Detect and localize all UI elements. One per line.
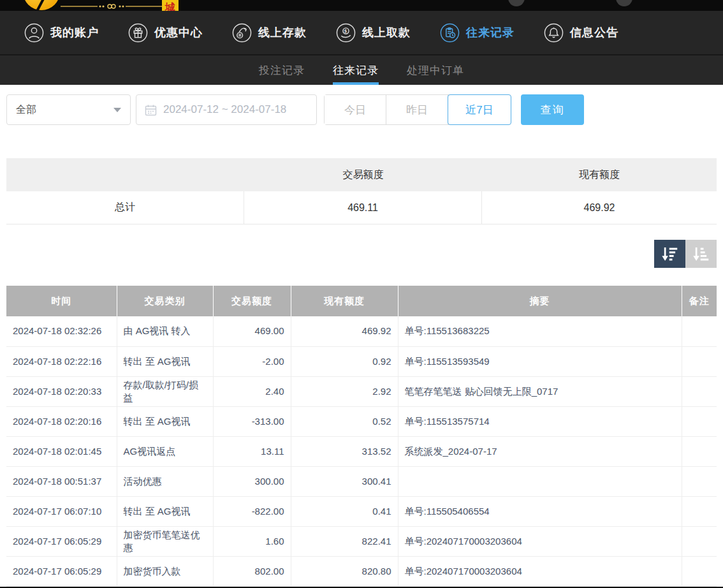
cell-amount: 1.60	[213, 526, 291, 556]
cell-summary: 单号:115505406554	[398, 496, 682, 526]
table-row: 2024-07-18 02:32:26 由 AG视讯 转入 469.00 469…	[6, 316, 717, 346]
transactions-table: 时间 交易类别 交易额度 现有额度 摘要 备注 2024-07-18 02:32…	[6, 286, 717, 587]
user-icon	[24, 23, 44, 43]
cell-category: 加密货币入款	[117, 556, 213, 586]
summary-table: 交易额度 现有额度 总计 469.11 469.92	[6, 158, 717, 224]
cell-time: 2024-07-18 00:51:37	[6, 466, 117, 496]
tab-transaction-records[interactable]: 往来记录	[333, 55, 379, 85]
col-header-time: 时间	[6, 286, 117, 316]
cell-category: 存款/取款/打码/损益	[117, 376, 213, 406]
summary-header-trade-amount: 交易额度	[244, 158, 482, 191]
nav-item-promotions[interactable]: 优惠中心	[128, 23, 203, 43]
cell-category: 转出 至 AG视讯	[117, 496, 213, 526]
cell-amount: -2.00	[213, 346, 291, 376]
quick-date-group: 今日 昨日 近7日	[324, 94, 511, 125]
topbar-partial-icon	[616, 0, 632, 6]
cell-balance: 0.52	[291, 406, 398, 436]
cell-summary: 单号:115513593549	[398, 346, 682, 376]
table-header-row: 时间 交易类别 交易额度 现有额度 摘要 备注	[6, 286, 717, 316]
summary-total-trade-amount: 469.11	[244, 191, 482, 224]
search-button[interactable]: 查询	[521, 94, 584, 125]
table-row: 2024-07-17 06:07:10 转出 至 AG视讯 -822.00 0.…	[6, 496, 717, 526]
cell-time: 2024-07-18 02:22:16	[6, 346, 117, 376]
nav-item-announcements[interactable]: 信息公告	[544, 23, 618, 43]
cell-balance: 313.52	[291, 436, 398, 466]
cell-note	[682, 526, 717, 556]
nav-label: 往来记录	[466, 25, 515, 40]
sort-descending-icon	[661, 244, 680, 263]
cell-note	[682, 346, 717, 376]
summary-total-label: 总计	[6, 191, 244, 224]
cell-summary: 单号:202407170003203604	[398, 556, 682, 586]
type-select[interactable]: 全部	[6, 94, 131, 125]
brand-badge-cheng: 城	[162, 0, 179, 11]
withdraw-icon: $	[336, 23, 356, 43]
cell-amount: -313.00	[213, 406, 291, 436]
quick-label: 今日	[344, 103, 366, 117]
date-range-value: 2024-07-12 ~ 2024-07-18	[163, 103, 286, 116]
filter-bar: 全部 2024-07-12 ~ 2024-07-18 今日 昨日 近7日	[6, 94, 717, 125]
cell-category: 转出 至 AG视讯	[117, 346, 213, 376]
cell-amount: 469.00	[213, 316, 291, 346]
cell-balance: 300.41	[291, 466, 398, 496]
table-row: 2024-07-18 02:20:33 存款/取款/打码/损益 2.40 2.9…	[6, 376, 717, 406]
cell-summary: 单号:115513575714	[398, 406, 682, 436]
quick-today-button[interactable]: 今日	[325, 95, 386, 124]
tab-label: 处理中订单	[407, 63, 464, 78]
col-header-note: 备注	[682, 286, 717, 316]
nav-item-online-withdraw[interactable]: $ 线上取款	[336, 23, 411, 43]
cell-balance: 822.41	[291, 526, 398, 556]
chevron-down-icon	[113, 108, 121, 112]
brand-strip: 城	[0, 0, 723, 11]
sort-descending-button[interactable]	[654, 240, 685, 268]
tab-betting-records[interactable]: 投注记录	[259, 55, 305, 85]
main-nav: 我的账户 优惠中心 线上存款	[0, 11, 723, 54]
summary-header-blank	[6, 158, 244, 191]
sort-controls	[6, 240, 717, 268]
cell-summary: 单号:115513683225	[398, 316, 682, 346]
type-select-value: 全部	[16, 103, 36, 117]
date-range-input[interactable]: 2024-07-12 ~ 2024-07-18	[136, 94, 317, 125]
table-row: 2024-07-18 02:22:16 转出 至 AG视讯 -2.00 0.92…	[6, 346, 717, 376]
col-header-amount: 交易额度	[213, 286, 291, 316]
cell-time: 2024-07-17 06:05:29	[6, 526, 117, 556]
cell-summary	[398, 466, 682, 496]
quick-yesterday-button[interactable]: 昨日	[386, 95, 448, 124]
cell-note	[682, 556, 717, 586]
cell-note	[682, 436, 717, 466]
cell-time: 2024-07-18 02:01:45	[6, 436, 117, 466]
cell-amount: 300.00	[213, 466, 291, 496]
sort-ascending-button[interactable]	[685, 240, 717, 268]
cell-time: 2024-07-17 06:07:10	[6, 496, 117, 526]
table-row: 2024-07-18 02:01:45 AG视讯返点 13.11 313.52 …	[6, 436, 717, 466]
cell-category: 由 AG视讯 转入	[117, 316, 213, 346]
table-row: 2024-07-18 02:20:16 转出 至 AG视讯 -313.00 0.…	[6, 406, 717, 436]
summary-header-row: 交易额度 现有额度	[6, 158, 717, 191]
cell-category: 活动优惠	[117, 466, 213, 496]
cell-category: AG视讯返点	[117, 436, 213, 466]
deposit-icon	[232, 23, 252, 43]
nav-item-transaction-records[interactable]: 往来记录	[440, 23, 515, 43]
sort-ascending-icon	[692, 244, 711, 263]
tab-label: 投注记录	[259, 63, 305, 78]
records-icon	[440, 23, 460, 43]
brand-flourish	[61, 1, 163, 11]
table-row: 2024-07-17 06:05:29 加密货币入款 802.00 820.80…	[6, 556, 717, 586]
cell-summary: 系统派发_2024-07-17	[398, 436, 682, 466]
bell-icon	[544, 23, 564, 43]
nav-item-online-deposit[interactable]: 线上存款	[232, 23, 307, 43]
cell-balance: 0.92	[291, 346, 398, 376]
tab-processing-orders[interactable]: 处理中订单	[407, 55, 464, 85]
nav-item-my-account[interactable]: 我的账户	[24, 23, 99, 43]
cell-balance: 2.92	[291, 376, 398, 406]
cell-summary: 笔笔存笔笔送 贴心回馈无上限_0717	[398, 376, 682, 406]
topbar-partial-icon	[508, 0, 525, 6]
cell-amount: -822.00	[213, 496, 291, 526]
cell-note	[682, 466, 717, 496]
table-row: 2024-07-17 06:05:29 加密货币笔笔送优惠 1.60 822.4…	[6, 526, 717, 556]
cell-note	[682, 316, 717, 346]
cell-time: 2024-07-18 02:32:26	[6, 316, 117, 346]
quick-last7days-button[interactable]: 近7日	[448, 94, 511, 125]
gift-icon	[128, 23, 148, 43]
sub-nav: 投注记录 往来记录 处理中订单	[0, 54, 723, 85]
